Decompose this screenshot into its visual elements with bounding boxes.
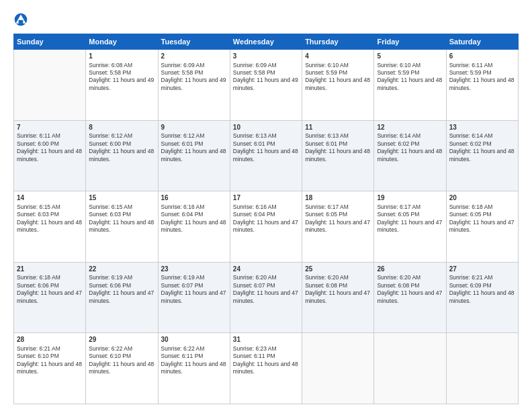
calendar-cell: 20Sunrise: 6:18 AMSunset: 6:05 PMDayligh… xyxy=(446,191,518,263)
calendar-cell: 3Sunrise: 6:09 AMSunset: 5:58 PMDaylight… xyxy=(230,50,302,121)
sunrise-text: Sunrise: 6:09 AM xyxy=(161,62,227,69)
calendar-cell: 9Sunrise: 6:12 AMSunset: 6:01 PMDaylight… xyxy=(158,120,230,191)
sunset-text: Sunset: 6:06 PM xyxy=(17,282,83,289)
daylight-text: Daylight: 11 hours and 47 minutes. xyxy=(233,219,299,234)
sunrise-text: Sunrise: 6:12 AM xyxy=(89,132,154,140)
day-number: 12 xyxy=(377,123,443,132)
calendar-cell: 15Sunrise: 6:15 AMSunset: 6:03 PMDayligh… xyxy=(86,191,158,263)
day-number: 19 xyxy=(377,193,443,203)
calendar-cell: 22Sunrise: 6:19 AMSunset: 6:06 PMDayligh… xyxy=(86,262,158,333)
sunset-text: Sunset: 6:02 PM xyxy=(377,140,443,148)
daylight-text: Daylight: 11 hours and 47 minutes. xyxy=(377,289,443,305)
calendar-cell: 1Sunrise: 6:08 AMSunset: 5:58 PMDaylight… xyxy=(86,50,158,121)
sunset-text: Sunset: 5:58 PM xyxy=(233,69,299,77)
day-number: 11 xyxy=(305,123,371,132)
sunrise-text: Sunrise: 6:18 AM xyxy=(449,203,515,211)
calendar-cell xyxy=(302,333,374,404)
sunrise-text: Sunrise: 6:13 AM xyxy=(305,132,371,140)
svg-rect-2 xyxy=(19,20,24,24)
calendar-cell: 6Sunrise: 6:11 AMSunset: 5:59 PMDaylight… xyxy=(446,50,518,121)
sunset-text: Sunset: 5:58 PM xyxy=(89,69,154,77)
calendar-cell: 17Sunrise: 6:16 AMSunset: 6:04 PMDayligh… xyxy=(230,191,302,263)
weekday-header-monday: Monday xyxy=(86,34,158,50)
sunset-text: Sunset: 6:09 PM xyxy=(449,282,515,289)
calendar-cell: 4Sunrise: 6:10 AMSunset: 5:59 PMDaylight… xyxy=(302,50,374,121)
calendar-cell: 5Sunrise: 6:10 AMSunset: 5:59 PMDaylight… xyxy=(374,50,446,121)
daylight-text: Daylight: 11 hours and 48 minutes. xyxy=(449,148,515,163)
daylight-text: Daylight: 11 hours and 48 minutes. xyxy=(89,148,154,163)
daylight-text: Daylight: 11 hours and 48 minutes. xyxy=(377,148,443,163)
daylight-text: Daylight: 11 hours and 48 minutes. xyxy=(377,77,443,92)
calendar-week-row: 1Sunrise: 6:08 AMSunset: 5:58 PMDaylight… xyxy=(14,50,519,121)
sunrise-text: Sunrise: 6:11 AM xyxy=(17,132,83,140)
calendar-cell: 2Sunrise: 6:09 AMSunset: 5:58 PMDaylight… xyxy=(158,50,230,121)
calendar-cell xyxy=(374,333,446,404)
calendar-cell xyxy=(446,333,518,404)
calendar-cell: 31Sunrise: 6:23 AMSunset: 6:11 PMDayligh… xyxy=(230,333,302,404)
daylight-text: Daylight: 11 hours and 47 minutes. xyxy=(233,289,299,305)
sunset-text: Sunset: 5:58 PM xyxy=(161,69,227,77)
calendar-cell: 10Sunrise: 6:13 AMSunset: 6:01 PMDayligh… xyxy=(230,120,302,191)
day-number: 29 xyxy=(89,335,154,345)
sunrise-text: Sunrise: 6:14 AM xyxy=(449,132,515,140)
daylight-text: Daylight: 11 hours and 48 minutes. xyxy=(449,77,515,92)
sunset-text: Sunset: 6:10 PM xyxy=(17,353,83,360)
daylight-text: Daylight: 11 hours and 48 minutes. xyxy=(233,148,299,163)
day-number: 1 xyxy=(89,52,154,61)
daylight-text: Daylight: 11 hours and 49 minutes. xyxy=(89,77,154,92)
calendar-cell: 26Sunrise: 6:20 AMSunset: 6:08 PMDayligh… xyxy=(374,262,446,333)
sunset-text: Sunset: 6:04 PM xyxy=(161,211,227,218)
calendar-week-row: 14Sunrise: 6:15 AMSunset: 6:03 PMDayligh… xyxy=(14,191,519,263)
weekday-header-friday: Friday xyxy=(374,34,446,50)
calendar-cell: 23Sunrise: 6:19 AMSunset: 6:07 PMDayligh… xyxy=(158,262,230,333)
sunset-text: Sunset: 6:02 PM xyxy=(449,140,515,148)
day-number: 24 xyxy=(233,265,299,274)
day-number: 2 xyxy=(161,52,227,61)
daylight-text: Daylight: 11 hours and 48 minutes. xyxy=(305,148,371,163)
sunset-text: Sunset: 6:08 PM xyxy=(305,282,371,289)
logo xyxy=(13,12,31,27)
calendar-cell: 16Sunrise: 6:16 AMSunset: 6:04 PMDayligh… xyxy=(158,191,230,263)
sunrise-text: Sunrise: 6:17 AM xyxy=(305,203,371,211)
page: SundayMondayTuesdayWednesdayThursdayFrid… xyxy=(0,0,532,411)
sunrise-text: Sunrise: 6:14 AM xyxy=(377,132,443,140)
sunrise-text: Sunrise: 6:16 AM xyxy=(233,203,299,211)
sunset-text: Sunset: 6:10 PM xyxy=(89,353,154,360)
weekday-header-tuesday: Tuesday xyxy=(158,34,230,50)
day-number: 13 xyxy=(449,123,515,132)
day-number: 5 xyxy=(377,52,443,61)
sunrise-text: Sunrise: 6:12 AM xyxy=(161,132,227,140)
day-number: 28 xyxy=(17,335,83,345)
daylight-text: Daylight: 11 hours and 48 minutes. xyxy=(161,219,227,234)
daylight-text: Daylight: 11 hours and 47 minutes. xyxy=(305,219,371,234)
sunset-text: Sunset: 6:11 PM xyxy=(161,353,227,360)
day-number: 9 xyxy=(161,123,227,132)
sunrise-text: Sunrise: 6:08 AM xyxy=(89,62,154,69)
sunrise-text: Sunrise: 6:10 AM xyxy=(305,62,371,69)
sunset-text: Sunset: 6:07 PM xyxy=(233,282,299,289)
sunrise-text: Sunrise: 6:13 AM xyxy=(233,132,299,140)
sunset-text: Sunset: 6:05 PM xyxy=(377,211,443,218)
sunrise-text: Sunrise: 6:19 AM xyxy=(161,274,227,281)
daylight-text: Daylight: 11 hours and 49 minutes. xyxy=(161,77,227,92)
calendar-cell: 25Sunrise: 6:20 AMSunset: 6:08 PMDayligh… xyxy=(302,262,374,333)
calendar-cell: 27Sunrise: 6:21 AMSunset: 6:09 PMDayligh… xyxy=(446,262,518,333)
sunrise-text: Sunrise: 6:18 AM xyxy=(17,274,83,281)
daylight-text: Daylight: 11 hours and 48 minutes. xyxy=(161,361,227,376)
day-number: 8 xyxy=(89,123,154,132)
calendar-table: SundayMondayTuesdayWednesdayThursdayFrid… xyxy=(13,34,519,404)
sunrise-text: Sunrise: 6:20 AM xyxy=(377,274,443,281)
day-number: 25 xyxy=(305,265,371,274)
sunrise-text: Sunrise: 6:09 AM xyxy=(233,62,299,69)
weekday-header-thursday: Thursday xyxy=(302,34,374,50)
sunrise-text: Sunrise: 6:22 AM xyxy=(161,345,227,353)
sunset-text: Sunset: 6:06 PM xyxy=(89,282,154,289)
weekday-header-row: SundayMondayTuesdayWednesdayThursdayFrid… xyxy=(14,34,519,50)
sunrise-text: Sunrise: 6:20 AM xyxy=(233,274,299,281)
sunset-text: Sunset: 5:59 PM xyxy=(449,69,515,77)
day-number: 10 xyxy=(233,123,299,132)
daylight-text: Daylight: 11 hours and 47 minutes. xyxy=(89,289,154,305)
sunrise-text: Sunrise: 6:22 AM xyxy=(89,345,154,353)
sunset-text: Sunset: 6:01 PM xyxy=(161,140,227,148)
sunset-text: Sunset: 6:04 PM xyxy=(233,211,299,218)
